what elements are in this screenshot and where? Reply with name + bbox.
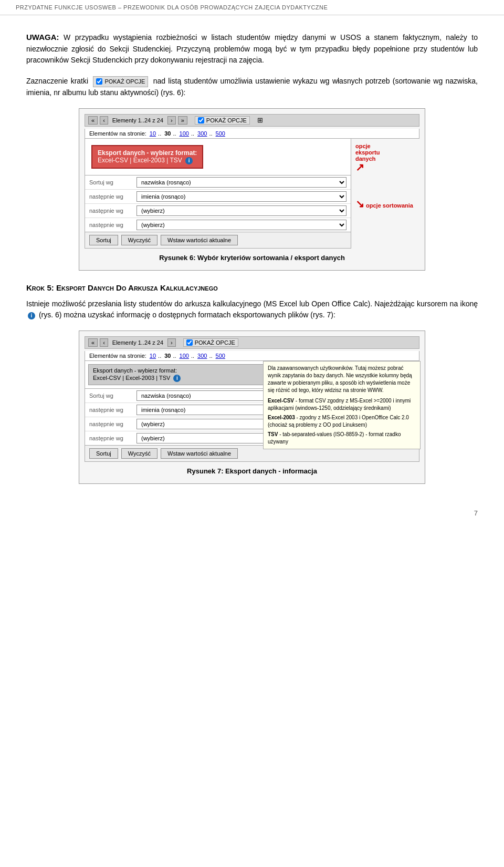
fig7-caption: Rysunek 7: Eksport danych - informacja (85, 467, 419, 475)
fig7-per-page-10[interactable]: 10 (150, 353, 156, 359)
fig7-per-page-label: Elementów na stronie: (89, 353, 146, 359)
fig6-show-options-label: POKAŻ OPCJE (206, 117, 247, 123)
fig7-tooltip-tsv: TSV - tab-separated-values (ISO-8859-2) … (268, 431, 416, 446)
fig6-sort-btn[interactable]: Sortuj (89, 235, 118, 245)
figure6-box: « ‹ Elementy 1..24 z 24 › » POKAŻ OPCJE … (79, 108, 425, 271)
fig6-annotation-line2: eksportu (355, 149, 380, 156)
fig6-sort-label-2: następnie wg (89, 193, 136, 200)
warning-text: W przypadku wystąpienia rozbieżności w l… (26, 33, 478, 64)
pokaz-opcje-label: POKAŻ OPCJE (104, 77, 145, 86)
fig7-clear-btn[interactable]: Wyczyść (121, 448, 158, 459)
fig6-sort-select-2[interactable]: imienia (rosnąco) (136, 191, 346, 202)
fig7-tooltip-excel-2003: Excel-2003 - zgodny z MS-Excel 2003 i Op… (268, 414, 416, 429)
fig6-sort-row-3: następnie wg (wybierz) (85, 204, 351, 218)
warning-block: UWAGA: W przypadku wystąpienia rozbieżno… (26, 31, 478, 66)
fig7-nav-info: Elementy 1..24 z 24 (112, 339, 163, 346)
fig6-nav-next[interactable]: › (167, 116, 176, 125)
fig6-per-page-dot3: .. (191, 130, 194, 137)
fig7-nav-next[interactable]: › (167, 338, 176, 347)
fig6-sort-select-1[interactable]: nazwiska (rosnąco) (136, 177, 346, 188)
fig7-show-options-label: POKAŻ OPCJE (195, 339, 235, 346)
fig7-update-btn[interactable]: Wstaw wartości aktualne (161, 448, 238, 459)
figure7-box: « ‹ Elementy 1..24 z 24 › POKAŻ OPCJE El… (79, 331, 425, 484)
fig6-action-bar: Sortuj Wyczyść Wstaw wartości aktualne (85, 232, 351, 249)
fig7-tooltip-excel-csv-label: Excel-CSV (268, 398, 294, 404)
fig6-sort-section: Sortuj wg nazwiska (rosnąco) następnie w… (85, 176, 351, 232)
fig6-nav-bar: « ‹ Elementy 1..24 z 24 › » POKAŻ OPCJE … (85, 114, 419, 127)
fig6-annotation-line1: opcje (355, 143, 371, 149)
fig6-per-page-300[interactable]: 300 (197, 130, 207, 137)
fig7-sort-label-4: następnie wg (89, 435, 136, 441)
page-header: PRZYDATNE FUNKCJE USOSWEB – PRZEWODNIK D… (0, 0, 504, 15)
pokaz-opcje-inline: POKAŻ OPCJE (93, 76, 148, 87)
fig6-per-page-10[interactable]: 10 (150, 130, 156, 137)
fig6-sort-annotation-text: opcje sortowania (366, 202, 413, 209)
fig7-show-options-cb[interactable] (186, 339, 193, 346)
fig6-annotation-line3: danych (355, 156, 376, 162)
fig6-update-btn[interactable]: Wstaw wartości aktualne (161, 235, 238, 245)
fig6-sort-row-1: Sortuj wg nazwiska (rosnąco) (85, 176, 351, 190)
fig6-sort-annotation: ↙ opcje sortowania (355, 198, 413, 210)
fig6-sort-row-2: następnie wg imienia (rosnąco) (85, 190, 351, 204)
fig6-nav-prev[interactable]: ‹ (100, 116, 108, 125)
fig6-sort-select-4[interactable]: (wybierz) (136, 220, 346, 230)
section5-info-icon: i (28, 312, 35, 319)
fig6-format-text: Excel-CSV | Excel-2003 | TSV (98, 157, 182, 164)
fig7-tooltip-tsv-label: TSV (268, 431, 278, 437)
fig6-clear-btn[interactable]: Wyczyść (121, 235, 158, 245)
fig7-per-page-dot2: .. (173, 353, 176, 359)
fig7-sort-label-1: Sortuj wg (89, 393, 136, 399)
fig7-tooltip: Dla zaawansowanych użytkowników. Tutaj m… (263, 361, 421, 449)
fig6-export-arrow: ↙ (355, 162, 364, 174)
fig7-format-text: Excel-CSV | Excel-2003 | TSV (93, 375, 170, 381)
fig7-per-page-100[interactable]: 100 (180, 353, 189, 359)
warning-label: UWAGA: (26, 33, 59, 42)
fig7-tooltip-intro: Dla zaawansowanych użytkowników. Tutaj m… (268, 365, 416, 394)
fig7-per-page-dot3: .. (191, 353, 194, 359)
fig7-sort-label-2: następnie wg (89, 407, 136, 413)
fig6-per-page-30[interactable]: 30 (164, 130, 171, 137)
fig6-caption: Rysunek 6: Wybór kryteriów sortowania / … (85, 254, 419, 262)
fig6-per-page-dot1: .. (158, 130, 161, 137)
section5-para-text1: Istnieje możliwość przesłania listy stud… (26, 300, 478, 308)
fig7-per-page-dot1: .. (158, 353, 161, 359)
fig7-nav-prev[interactable]: ‹ (100, 338, 108, 347)
fig6-main-area: Eksport danych - wybierz format: Excel-C… (85, 139, 419, 249)
fig7-nav-bar: « ‹ Elementy 1..24 z 24 › POKAŻ OPCJE (85, 336, 419, 349)
para1-text1: Zaznaczenie kratki (26, 77, 91, 85)
fig6-show-options: POKAŻ OPCJE (195, 116, 250, 125)
fig6-nav-next-next[interactable]: » (178, 116, 187, 125)
fig7-per-page-500[interactable]: 500 (216, 353, 225, 359)
fig6-sort-row-4: następnie wg (wybierz) (85, 218, 351, 232)
fig6-export-title: Eksport danych - wybierz format: (98, 149, 197, 157)
fig6-sort-select-3[interactable]: (wybierz) (136, 205, 346, 216)
fig6-show-options-cb[interactable] (198, 117, 204, 123)
fig7-per-page: Elementów na stronie: 10 .. 30 .. 100 ..… (85, 351, 419, 361)
page-content: UWAGA: W przypadku wystąpienia rozbieżno… (0, 15, 504, 509)
fig6-per-page-dot2: .. (173, 130, 176, 137)
pokaz-opcje-checkbox[interactable] (96, 78, 102, 85)
fig7-main-area: Eksport danych - wybierz format: Excel-C… (85, 361, 419, 462)
fig7-per-page-dot4: .. (209, 353, 212, 359)
fig7-info-icon[interactable]: i (173, 375, 181, 382)
fig6-per-page-500[interactable]: 500 (216, 130, 225, 137)
fig7-nav-prev-prev[interactable]: « (88, 338, 98, 347)
section5-para: Istnieje możliwość przesłania listy stud… (26, 298, 478, 321)
fig7-per-page-30[interactable]: 30 (164, 353, 171, 359)
fig6-sort-label-3: następnie wg (89, 208, 136, 214)
fig6-nav-prev-prev[interactable]: « (88, 116, 98, 125)
fig6-sort-label-4: następnie wg (89, 222, 136, 228)
fig6-export-icon: ⊞ (257, 116, 263, 124)
fig6-export-formats: Excel-CSV | Excel-2003 | TSV i (98, 157, 197, 164)
fig6-left-area: Eksport danych - wybierz format: Excel-C… (85, 139, 351, 249)
fig6-nav-info: Elementy 1..24 z 24 (112, 117, 163, 123)
fig7-show-options: POKAŻ OPCJE (183, 338, 238, 347)
page-number: 7 (0, 509, 504, 528)
fig7-sort-btn[interactable]: Sortuj (89, 448, 118, 459)
fig6-export-box: Eksport danych - wybierz format: Excel-C… (91, 145, 203, 169)
fig6-per-page-100[interactable]: 100 (180, 130, 189, 137)
fig7-per-page-300[interactable]: 300 (197, 353, 207, 359)
fig6-export-annotation: opcje eksportu danych ↙ (355, 143, 380, 174)
fig7-tooltip-tsv-text: - tab-separated-values (ISO-8859-2) - fo… (268, 431, 401, 445)
fig6-info-icon[interactable]: i (185, 157, 193, 164)
